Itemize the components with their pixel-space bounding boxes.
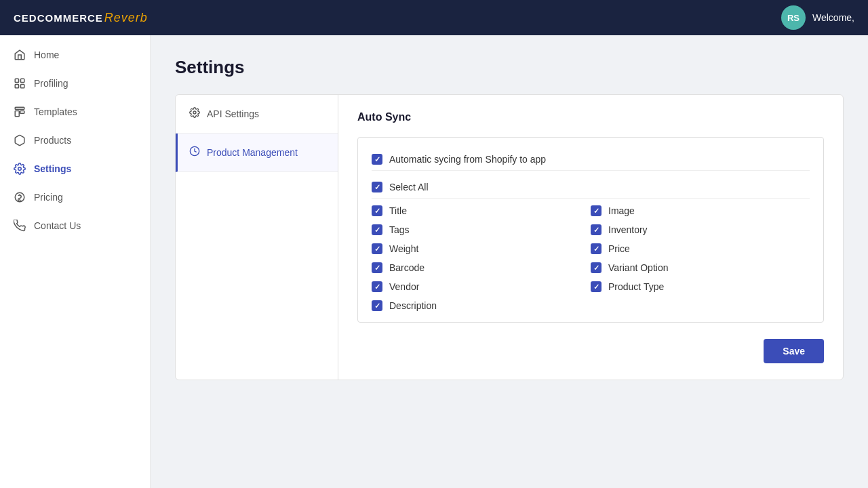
- svg-rect-3: [21, 85, 24, 88]
- section-title: Auto Sync: [357, 111, 824, 123]
- home-icon: [14, 49, 26, 61]
- label-price: Price: [608, 243, 630, 254]
- field-vendor: Vendor: [372, 281, 591, 292]
- auto-sync-label: Automatic sycing from Shopify to app: [389, 154, 546, 165]
- checkbox-image[interactable]: [591, 205, 601, 216]
- welcome-text: Welcome,: [812, 12, 854, 23]
- settings-card: API Settings Product Management Auto Syn…: [175, 94, 844, 380]
- field-description: Description: [372, 300, 591, 311]
- main-layout: Home Profiling Templates Products Settin: [0, 35, 868, 488]
- svg-rect-6: [20, 111, 24, 114]
- checkbox-price[interactable]: [591, 243, 601, 254]
- sidebar-item-products-label: Products: [34, 135, 71, 146]
- select-all-checkbox[interactable]: [372, 182, 382, 192]
- sidebar-item-products[interactable]: Products: [0, 126, 150, 155]
- svg-point-8: [15, 192, 24, 202]
- field-image: Image: [591, 205, 810, 216]
- settings-menu-api[interactable]: API Settings: [176, 95, 338, 134]
- svg-rect-1: [21, 79, 24, 82]
- fields-grid: Title Image Tags Inventory Weight Price …: [372, 205, 810, 311]
- field-variant-option: Variant Option: [591, 262, 810, 273]
- settings-menu-product-mgmt[interactable]: Product Management: [176, 134, 338, 172]
- checkbox-inventory[interactable]: [591, 224, 601, 235]
- save-button[interactable]: Save: [764, 339, 824, 363]
- label-description: Description: [389, 300, 437, 311]
- svg-rect-5: [15, 111, 19, 117]
- checkbox-weight[interactable]: [372, 243, 382, 254]
- checkbox-product-type[interactable]: [591, 281, 601, 292]
- svg-rect-4: [15, 107, 24, 109]
- checkbox-area: Automatic sycing from Shopify to app Sel…: [357, 137, 824, 323]
- contact-icon: [14, 220, 26, 232]
- field-inventory: Inventory: [591, 224, 810, 235]
- field-title: Title: [372, 205, 591, 216]
- label-product-type: Product Type: [608, 281, 664, 292]
- label-tags: Tags: [389, 224, 410, 235]
- select-all-label: Select All: [389, 182, 429, 192]
- logo-commerce: COMMERCE: [37, 12, 103, 24]
- settings-left-panel: API Settings Product Management: [176, 95, 338, 380]
- field-tags: Tags: [372, 224, 591, 235]
- main-content: Settings API Settings Product Management: [151, 35, 868, 488]
- label-title: Title: [389, 205, 407, 216]
- auto-sync-checkbox[interactable]: [372, 154, 382, 165]
- field-barcode: Barcode: [372, 262, 591, 273]
- app-logo: CEDCOMMERCEReverb: [14, 11, 148, 25]
- auto-sync-row: Automatic sycing from Shopify to app: [372, 148, 810, 171]
- api-settings-icon: [189, 107, 200, 121]
- checkbox-barcode[interactable]: [372, 262, 382, 273]
- user-area: RS Welcome,: [781, 5, 854, 30]
- sidebar-item-templates-label: Templates: [34, 106, 77, 117]
- settings-icon: [14, 163, 26, 175]
- logo-reverb: Reverb: [104, 11, 148, 25]
- svg-rect-2: [15, 85, 18, 88]
- checkbox-vendor[interactable]: [372, 281, 382, 292]
- page-title: Settings: [175, 57, 844, 78]
- sidebar-item-home-label: Home: [34, 49, 59, 60]
- field-weight: Weight: [372, 243, 591, 254]
- sidebar-item-contact-label: Contact Us: [34, 220, 81, 231]
- sidebar-item-pricing[interactable]: Pricing: [0, 183, 150, 211]
- checkbox-description[interactable]: [372, 300, 382, 311]
- field-price: Price: [591, 243, 810, 254]
- product-mgmt-icon: [189, 146, 200, 159]
- svg-rect-0: [15, 79, 18, 82]
- sidebar-item-profiling-label: Profiling: [34, 78, 68, 89]
- sidebar-item-settings[interactable]: Settings: [0, 155, 150, 183]
- select-all-row: Select All: [372, 176, 810, 199]
- label-vendor: Vendor: [389, 281, 419, 292]
- svg-point-7: [18, 167, 22, 171]
- label-barcode: Barcode: [389, 262, 425, 273]
- label-weight: Weight: [389, 243, 418, 254]
- products-icon: [14, 134, 26, 146]
- checkbox-title[interactable]: [372, 205, 382, 216]
- sidebar-item-profiling[interactable]: Profiling: [0, 69, 150, 98]
- pricing-icon: [14, 191, 26, 203]
- product-mgmt-label: Product Management: [207, 147, 298, 158]
- sidebar-item-contact[interactable]: Contact Us: [0, 211, 150, 240]
- field-product-type: Product Type: [591, 281, 810, 292]
- save-row: Save: [357, 339, 824, 363]
- sidebar-item-home[interactable]: Home: [0, 41, 150, 69]
- sidebar-item-settings-label: Settings: [34, 163, 71, 174]
- sidebar-item-templates[interactable]: Templates: [0, 98, 150, 126]
- sidebar-item-pricing-label: Pricing: [34, 192, 63, 203]
- top-navigation: CEDCOMMERCEReverb RS Welcome,: [0, 0, 868, 35]
- checkbox-tags[interactable]: [372, 224, 382, 235]
- profiling-icon: [14, 77, 26, 89]
- label-variant-option: Variant Option: [608, 262, 668, 273]
- templates-icon: [14, 106, 26, 118]
- avatar: RS: [781, 5, 806, 30]
- sidebar: Home Profiling Templates Products Settin: [0, 35, 151, 488]
- logo-ced: CED: [14, 12, 37, 24]
- label-image: Image: [608, 205, 635, 216]
- svg-point-9: [193, 111, 196, 114]
- api-settings-label: API Settings: [207, 108, 259, 119]
- checkbox-variant-option[interactable]: [591, 262, 601, 273]
- label-inventory: Inventory: [608, 224, 648, 235]
- settings-right-panel: Auto Sync Automatic sycing from Shopify …: [338, 95, 843, 380]
